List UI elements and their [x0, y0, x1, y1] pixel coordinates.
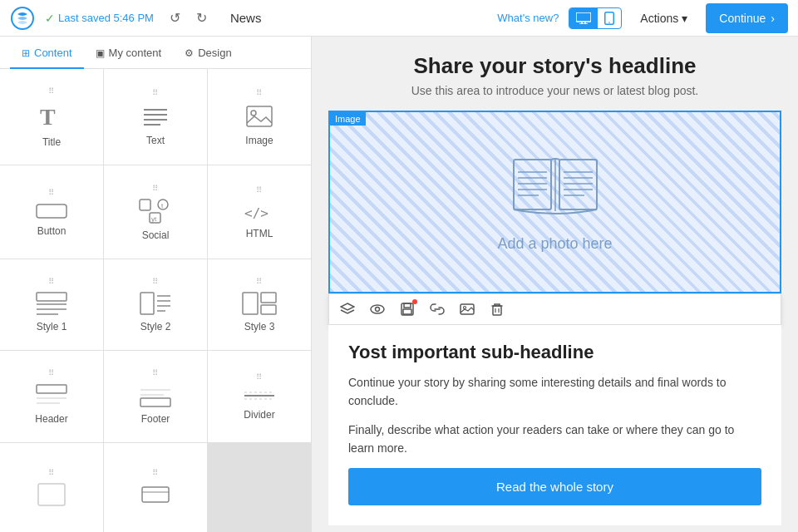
svg-rect-32 [261, 305, 276, 314]
header-icon [35, 383, 68, 408]
svg-rect-21 [37, 293, 66, 301]
element-footer[interactable]: ⠿ Footer [104, 351, 207, 441]
svg-rect-12 [247, 106, 272, 126]
text-icon [140, 103, 170, 130]
extra1-icon [37, 482, 66, 507]
drag-handle: ⠿ [152, 368, 159, 378]
unsaved-indicator [412, 299, 417, 304]
topbar: ✓ Last saved 5:46 PM ↺ ↻ News What's new… [0, 0, 798, 37]
svg-rect-33 [37, 385, 66, 393]
image-block[interactable]: Image [328, 111, 781, 293]
drag-handle: ⠿ [48, 467, 55, 477]
element-html[interactable]: ⠿ </> HTML [208, 165, 311, 258]
element-header[interactable]: ⠿ Header [0, 351, 103, 441]
book-icon [505, 151, 605, 229]
content-section: Yost important sub-headline Continue you… [328, 325, 781, 525]
sub-headline: Yost important sub-headline [348, 342, 761, 363]
svg-text:yt: yt [151, 215, 157, 223]
footer-icon [139, 383, 172, 408]
element-social[interactable]: ⠿ t yt Social [104, 165, 207, 258]
drag-handle: ⠿ [256, 88, 263, 98]
visibility-toolbar-button[interactable] [366, 298, 389, 321]
actions-button[interactable]: Actions ▾ [632, 7, 696, 30]
button-icon [35, 202, 68, 220]
svg-point-13 [251, 111, 256, 116]
gear-icon: ⚙ [185, 47, 194, 59]
image-toolbar-button[interactable] [456, 298, 479, 321]
page-name: News [224, 11, 268, 25]
element-extra2[interactable]: ⠿ [104, 443, 207, 532]
tab-content[interactable]: ⊞ Content [10, 37, 84, 69]
drag-handle: ⠿ [48, 187, 55, 197]
element-style1[interactable]: ⠿ Style 1 [0, 259, 103, 350]
drag-handle: ⠿ [256, 276, 263, 286]
save-status[interactable]: ✓ Last saved 5:46 PM [45, 12, 154, 25]
style3-icon [241, 291, 278, 316]
drag-handle: ⠿ [256, 372, 263, 382]
read-more-button[interactable]: Read the whole story [348, 468, 761, 505]
svg-rect-31 [261, 293, 276, 303]
drag-handle: ⠿ [256, 185, 263, 195]
social-icon: t yt [138, 198, 173, 224]
element-divider[interactable]: ⠿ Divider [208, 351, 311, 441]
svg-rect-38 [140, 398, 170, 406]
whats-new-link[interactable]: What's new? [497, 12, 559, 24]
element-title[interactable]: ⠿ T Title [0, 69, 103, 165]
elements-grid: ⠿ T Title ⠿ Text [0, 69, 311, 532]
tab-my-content[interactable]: ▣ My content [84, 37, 174, 69]
sub-headline-text: Y [348, 342, 359, 362]
element-text[interactable]: ⠿ Text [104, 69, 207, 165]
image-block-label: Image [330, 112, 366, 126]
element-style2[interactable]: ⠿ Style 2 [104, 259, 207, 350]
undo-redo-group: ↺ ↻ [164, 7, 214, 30]
drag-handle: ⠿ [152, 88, 159, 98]
image-placeholder-text: Add a photo here [497, 235, 612, 253]
left-panel: ⊞ Content ▣ My content ⚙ Design ⠿ T Titl… [0, 37, 312, 532]
svg-text:t: t [161, 202, 164, 209]
style2-icon [139, 291, 172, 316]
drag-handle: ⠿ [152, 183, 159, 193]
logo-icon [10, 6, 35, 31]
body-text-1: Continue your story by sharing some inte… [348, 373, 761, 411]
undo-button[interactable]: ↺ [164, 7, 187, 30]
svg-rect-64 [461, 304, 474, 314]
page-subheadline: Use this area to introduce your news or … [411, 84, 699, 97]
element-extra1[interactable]: ⠿ [0, 443, 103, 532]
layers-toolbar-button[interactable] [336, 298, 359, 321]
html-icon: </> [243, 200, 276, 223]
image-block-wrapper: Image [328, 111, 781, 293]
panel-tabs: ⊞ Content ▣ My content ⚙ Design [0, 37, 311, 69]
svg-point-65 [464, 307, 466, 309]
svg-rect-46 [559, 160, 597, 209]
svg-rect-43 [142, 487, 169, 502]
continue-button[interactable]: Continue › [706, 3, 788, 33]
link-toolbar-button[interactable] [426, 298, 449, 321]
svg-text:T: T [40, 104, 56, 130]
title-icon: T [37, 101, 66, 131]
drag-handle: ⠿ [48, 368, 55, 378]
svg-rect-14 [37, 204, 66, 218]
drag-handle: ⠿ [152, 467, 159, 477]
desktop-view-button[interactable] [569, 8, 598, 28]
block-toolbar [328, 293, 781, 325]
mobile-view-button[interactable] [598, 8, 621, 28]
drag-handle: ⠿ [48, 86, 55, 96]
svg-point-6 [609, 22, 611, 23]
image-icon [244, 103, 274, 130]
style1-icon [35, 291, 68, 316]
svg-rect-62 [403, 309, 411, 314]
chevron-down-icon: ▾ [682, 12, 687, 25]
element-button[interactable]: ⠿ Button [0, 165, 103, 258]
grid-icon: ⊞ [22, 47, 30, 59]
drag-handle: ⠿ [48, 276, 55, 286]
element-style3[interactable]: ⠿ Style 3 [208, 259, 311, 350]
check-icon: ✓ [45, 12, 55, 25]
tab-design[interactable]: ⚙ Design [173, 37, 243, 69]
main-layout: ⊞ Content ▣ My content ⚙ Design ⠿ T Titl… [0, 37, 798, 532]
delete-toolbar-button[interactable] [485, 298, 509, 321]
redo-button[interactable]: ↻ [190, 7, 214, 30]
svg-point-58 [371, 305, 384, 313]
save-toolbar-button[interactable] [396, 298, 419, 321]
element-image[interactable]: ⠿ Image [208, 69, 311, 165]
svg-point-59 [376, 308, 380, 312]
